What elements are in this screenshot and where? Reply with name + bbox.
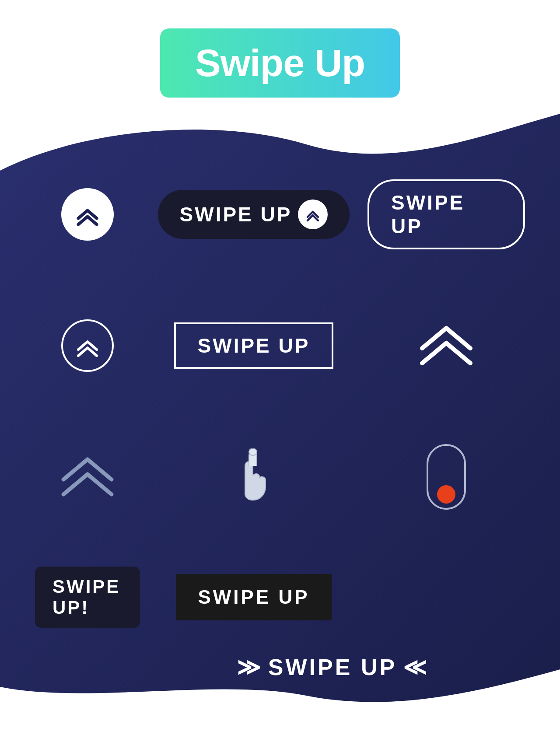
swipe-up-pill-label: SWIPE UP bbox=[180, 203, 292, 226]
chevron-circle-icon bbox=[298, 200, 328, 229]
swipe-up-outline-pill-button[interactable]: SWIPE UP bbox=[368, 179, 525, 249]
swipe-up-arrows-label: SWIPE UP bbox=[268, 654, 397, 680]
chevron-circle-outline[interactable] bbox=[61, 319, 114, 372]
double-arrow-left-icon: ≫ bbox=[237, 654, 262, 680]
double-chevron-grey-icon bbox=[59, 455, 116, 499]
content-grid: SWIPE UP SWIPE UP SWIPE UP bbox=[0, 131, 560, 700]
double-chevron-up-dark-icon bbox=[72, 199, 103, 230]
scroll-pill bbox=[427, 444, 466, 510]
swipe-up-outline-label: SWIPE UP bbox=[391, 191, 501, 238]
title-badge: Swipe Up bbox=[160, 28, 400, 98]
swipe-up-black-label: SWIPE UP bbox=[198, 586, 309, 608]
swipe-up-arrows-container: ≫ SWIPE UP ≪ bbox=[237, 654, 428, 680]
double-chevron-up-outline-icon bbox=[72, 330, 103, 361]
svg-point-0 bbox=[249, 448, 257, 455]
scroll-dot bbox=[437, 485, 455, 504]
swipe-up-exclaim-label: SWIPE UP! bbox=[52, 576, 122, 618]
chevron-grey-dim bbox=[59, 455, 116, 499]
swipe-up-black-button[interactable]: SWIPE UP bbox=[176, 574, 331, 620]
hand-pointer-icon-container bbox=[230, 448, 278, 505]
hand-pointer-icon bbox=[230, 448, 278, 505]
chevron-up-white-icon bbox=[304, 206, 322, 223]
double-arrow-right-icon: ≪ bbox=[403, 654, 428, 680]
swipe-up-square-outline-button[interactable]: SWIPE UP bbox=[174, 322, 334, 369]
swipe-up-dark-pill-button[interactable]: SWIPE UP bbox=[158, 190, 350, 239]
double-chevron-large-white-icon bbox=[418, 324, 475, 368]
swipe-up-square-label: SWIPE UP bbox=[198, 334, 310, 357]
chevron-circle-filled[interactable] bbox=[61, 188, 114, 241]
title-text: Swipe Up bbox=[195, 41, 365, 84]
scroll-indicator bbox=[427, 444, 466, 510]
swipe-up-exclaim-button[interactable]: SWIPE UP! bbox=[35, 567, 140, 628]
chevron-plain-white bbox=[418, 324, 475, 368]
